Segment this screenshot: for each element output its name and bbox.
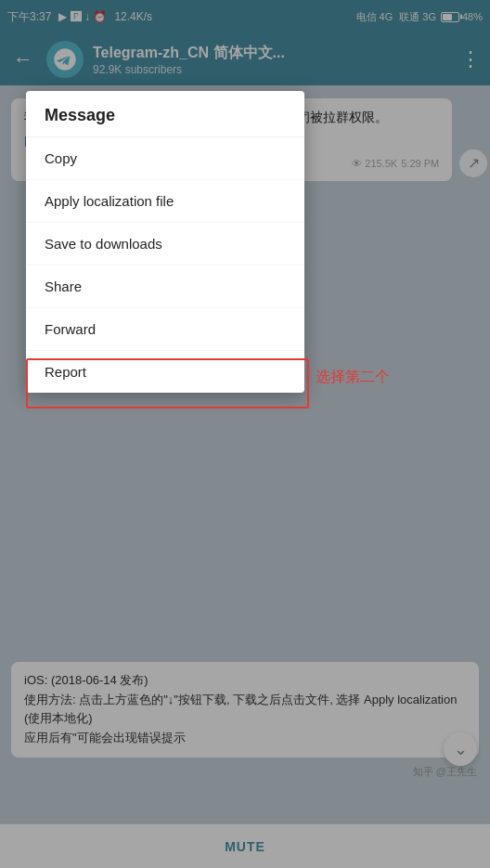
chinese-annotation-text: 选择第二个: [316, 368, 390, 387]
context-menu-title: Message: [26, 91, 304, 137]
context-menu-item-forward[interactable]: Forward: [26, 308, 304, 351]
context-menu-item-copy[interactable]: Copy: [26, 137, 304, 180]
context-menu-item-save[interactable]: Save to downloads: [26, 223, 304, 266]
context-menu-item-apply-localization[interactable]: Apply localization file: [26, 180, 304, 223]
context-menu-item-report[interactable]: Report: [26, 351, 304, 393]
context-menu-item-share[interactable]: Share: [26, 266, 304, 308]
context-menu: Message Copy Apply localization file Sav…: [26, 91, 304, 393]
